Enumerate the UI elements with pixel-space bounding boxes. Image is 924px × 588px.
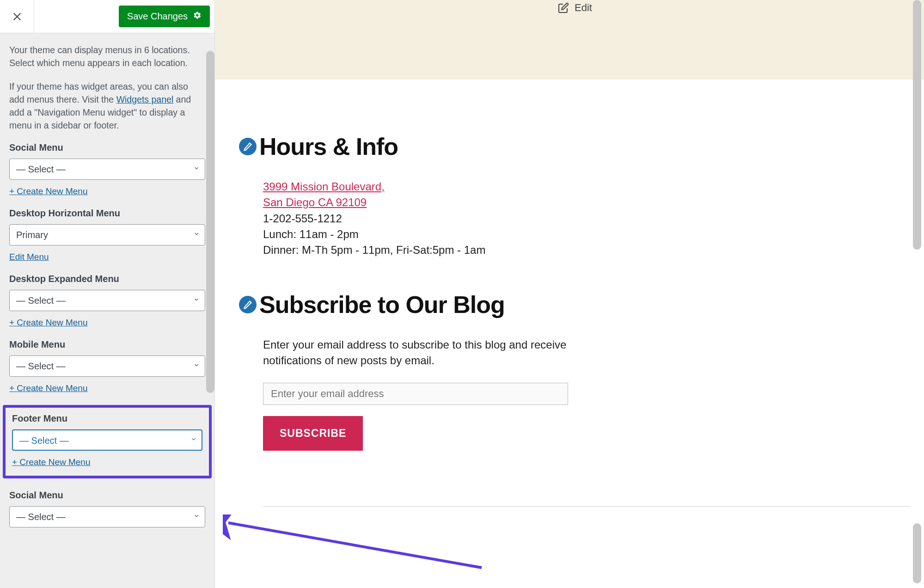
menu-label: Footer Menu <box>12 413 202 424</box>
subscribe-heading-row: Subscribe to Our Blog <box>239 291 924 318</box>
address-link[interactable]: 3999 Mission Boulevard,San Diego CA 9210… <box>263 180 385 208</box>
menu-label: Social Menu <box>9 490 205 501</box>
select-wrap: Primary <box>9 224 205 245</box>
edit-widget-button[interactable] <box>239 138 257 155</box>
select-footer-menu[interactable]: — Select — <box>12 429 202 451</box>
hours-info-content: 3999 Mission Boulevard,San Diego CA 9210… <box>263 179 924 258</box>
dinner-text: Dinner: M-Th 5pm - 11pm, Fri-Sat:5pm - 1… <box>263 244 485 256</box>
select-social-menu[interactable]: — Select — <box>9 159 205 180</box>
subscribe-description: Enter your email address to subscribe to… <box>263 337 577 369</box>
create-new-menu-link[interactable]: + Create New Menu <box>12 457 91 467</box>
intro-text: Your theme can display menus in 6 locati… <box>9 43 205 70</box>
menu-label: Mobile Menu <box>9 339 205 350</box>
menu-label: Desktop Expanded Menu <box>9 274 205 284</box>
sidebar-header: Save Changes <box>0 0 214 33</box>
menu-label: Desktop Horizontal Menu <box>9 208 205 219</box>
edit-widget-button[interactable] <box>239 296 257 313</box>
widget-text: If your theme has widget areas, you can … <box>9 80 205 132</box>
edit-label: Edit <box>575 2 592 14</box>
select-wrap: — Select — <box>9 506 205 527</box>
select-desktop-expanded[interactable]: — Select — <box>9 290 205 311</box>
menu-section-footer-highlighted: Footer Menu — Select — + Create New Menu <box>3 405 212 478</box>
create-new-menu-link[interactable]: + Create New Menu <box>9 383 88 393</box>
sidebar-body: Your theme can display menus in 6 locati… <box>0 33 214 588</box>
pencil-icon <box>243 300 252 309</box>
select-mobile-menu[interactable]: — Select — <box>9 355 205 377</box>
select-wrap: — Select — <box>9 355 205 377</box>
menu-section-social: Social Menu — Select — + Create New Menu <box>9 142 205 196</box>
preview-content: Hours & Info 3999 Mission Boulevard,San … <box>215 80 924 507</box>
hours-info-heading-row: Hours & Info <box>239 133 924 160</box>
save-changes-button[interactable]: Save Changes <box>119 6 210 27</box>
widgets-panel-link[interactable]: Widgets panel <box>116 94 174 104</box>
sidebar-scrollbar[interactable] <box>206 51 214 393</box>
edit-menu-link[interactable]: Edit Menu <box>9 252 49 262</box>
hours-info-heading: Hours & Info <box>259 133 398 160</box>
select-wrap: — Select — <box>9 159 205 180</box>
preview-pane: Edit Hours & Info 3999 Mission Boulevard… <box>215 0 924 588</box>
close-icon <box>12 12 22 22</box>
edit-icon <box>558 2 569 13</box>
close-button[interactable] <box>0 0 34 33</box>
select-wrap: — Select — <box>9 290 205 311</box>
preview-header-region: Edit <box>215 0 924 80</box>
preview-scrollbar-bottom[interactable] <box>913 523 921 583</box>
menu-section-mobile: Mobile Menu — Select — + Create New Menu <box>9 339 205 393</box>
select-desktop-horizontal[interactable]: Primary <box>9 224 205 245</box>
subscribe-heading: Subscribe to Our Blog <box>259 291 505 318</box>
create-new-menu-link[interactable]: + Create New Menu <box>9 318 88 328</box>
divider <box>263 506 910 507</box>
menu-section-desktop-expanded: Desktop Expanded Menu — Select — + Creat… <box>9 274 205 328</box>
edit-menu-shortcut[interactable]: Edit <box>558 2 592 14</box>
save-label: Save Changes <box>127 11 188 22</box>
create-new-menu-link[interactable]: + Create New Menu <box>9 186 88 196</box>
phone-text: 1-202-555-1212 <box>263 212 342 225</box>
menu-section-desktop-horizontal: Desktop Horizontal Menu Primary Edit Men… <box>9 208 205 262</box>
pencil-icon <box>243 142 252 151</box>
select-wrap: — Select — <box>12 429 202 451</box>
lunch-text: Lunch: 11am - 2pm <box>263 228 359 240</box>
select-social-menu-2[interactable]: — Select — <box>9 506 205 527</box>
preview-scrollbar[interactable] <box>913 0 921 250</box>
menu-section-social-2: Social Menu — Select — <box>9 490 205 527</box>
menu-label: Social Menu <box>9 142 205 153</box>
email-input[interactable] <box>263 383 568 405</box>
gear-icon <box>193 11 202 22</box>
subscribe-button[interactable]: SUBSCRIBE <box>263 416 363 451</box>
customizer-sidebar: Save Changes Your theme can display menu… <box>0 0 215 588</box>
